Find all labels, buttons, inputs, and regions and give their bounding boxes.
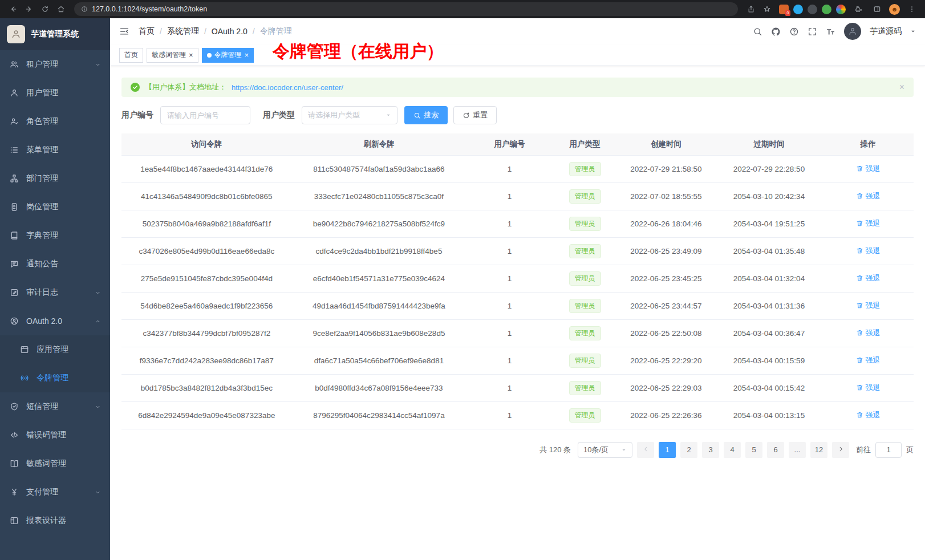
user-type-badge: 管理员: [569, 244, 601, 258]
reset-refresh-icon: [462, 112, 470, 119]
search-icon[interactable]: [753, 27, 762, 36]
sidebar-item-user-management[interactable]: 用户管理: [0, 79, 110, 107]
more-pages-button[interactable]: ...: [789, 442, 806, 458]
browser-menu-icon[interactable]: [904, 2, 919, 16]
force-logout-button[interactable]: 强退: [856, 246, 881, 256]
user-type-select[interactable]: 请选择用户类型: [302, 106, 397, 124]
extension-icon[interactable]: [808, 5, 817, 14]
dept-management-icon: [9, 174, 19, 183]
force-logout-button[interactable]: 强退: [856, 301, 881, 311]
browser-reload-icon[interactable]: [38, 2, 52, 16]
tab-token[interactable]: 令牌管理×: [202, 48, 254, 63]
sidebar-item-errorcode-management[interactable]: 错误码管理: [0, 421, 110, 449]
browser-home-icon[interactable]: [54, 2, 68, 16]
font-size-icon[interactable]: [826, 27, 835, 36]
user-avatar[interactable]: [844, 23, 861, 40]
token-table: 访问令牌刷新令牌用户编号用户类型创建时间过期时间操作 1ea5e44f8bc14…: [121, 133, 914, 429]
page-button[interactable]: 2: [680, 442, 697, 458]
create-time-cell: 2022-06-25 22:29:20: [616, 347, 716, 374]
force-logout-button[interactable]: 强退: [856, 164, 881, 174]
user-id-label: 用户编号: [121, 110, 153, 120]
trash-icon: [856, 302, 863, 309]
page-button[interactable]: 4: [724, 442, 741, 458]
tab-home[interactable]: 首页: [119, 48, 143, 63]
alert-close-icon[interactable]: ×: [899, 82, 904, 92]
sidebar-item-report-designer[interactable]: 报表设计器: [0, 506, 110, 535]
sidebar-item-post-management[interactable]: 岗位管理: [0, 193, 110, 221]
force-logout-button[interactable]: 强退: [856, 218, 881, 229]
help-icon[interactable]: [789, 27, 799, 36]
sidebar-item-dept-management[interactable]: 部门管理: [0, 164, 110, 193]
force-logout-button[interactable]: 强退: [856, 355, 881, 366]
user-type-badge: 管理员: [569, 299, 601, 313]
github-icon[interactable]: [771, 27, 781, 36]
tab-close-icon[interactable]: ×: [245, 51, 249, 59]
page-button[interactable]: 1: [659, 442, 676, 458]
browser-forward-icon[interactable]: [22, 2, 36, 16]
prev-page-button[interactable]: [637, 442, 654, 458]
force-logout-button[interactable]: 强退: [856, 383, 881, 393]
fullscreen-icon[interactable]: [808, 27, 817, 36]
force-logout-label: 强退: [866, 301, 881, 311]
site-info-icon[interactable]: [81, 6, 88, 13]
username[interactable]: 芋道源码: [870, 26, 902, 36]
reset-button[interactable]: 重置: [453, 106, 497, 124]
user-menu-caret-icon[interactable]: [910, 29, 916, 34]
page-size-value: 10条/页: [583, 445, 608, 455]
extension-icon[interactable]: 0: [779, 5, 789, 14]
tab-sensitive-word[interactable]: 敏感词管理×: [147, 48, 198, 63]
column-header: 刷新令牌: [292, 133, 466, 155]
action-cell: 强退: [822, 374, 914, 401]
sidebar-item-menu-management[interactable]: 菜单管理: [0, 136, 110, 164]
sidebar-item-dict-management[interactable]: 字典管理: [0, 221, 110, 250]
sidebar-fold-icon[interactable]: [119, 26, 129, 36]
extension-icon[interactable]: [793, 5, 803, 14]
sidebar-item-notice-management[interactable]: 通知公告: [0, 250, 110, 278]
extension-icon[interactable]: [836, 5, 846, 14]
page-button[interactable]: 5: [745, 442, 762, 458]
share-icon[interactable]: [744, 2, 758, 16]
sidebar-item-tenant-management[interactable]: 租户管理: [0, 50, 110, 79]
sidebar-item-label: 菜单管理: [26, 145, 101, 155]
force-logout-button[interactable]: 强退: [856, 191, 881, 201]
user-management-icon: [9, 88, 19, 98]
access-token-cell: f9336e7c7dd242a283ee98dc86b17a87: [121, 347, 292, 374]
sidebar-item-pay-management[interactable]: 支付管理: [0, 478, 110, 506]
sidebar-item-token-management[interactable]: 令牌管理: [0, 364, 110, 392]
column-header: 操作: [822, 133, 914, 155]
side-panel-icon[interactable]: [870, 2, 885, 16]
sidebar-item-app-management[interactable]: 应用管理: [0, 335, 110, 364]
extension-icon[interactable]: [822, 5, 831, 14]
goto-page-input[interactable]: [875, 442, 902, 458]
extensions-puzzle-icon[interactable]: [850, 2, 865, 16]
user-type-cell: 管理员: [553, 182, 616, 210]
browser-profile-avatar[interactable]: ☻: [889, 4, 900, 15]
oauth2-icon: [9, 316, 19, 326]
next-page-button[interactable]: [832, 442, 849, 458]
page-button[interactable]: 6: [767, 442, 784, 458]
address-bar[interactable]: 127.0.0.1:1024/system/oauth2/token: [74, 2, 738, 16]
force-logout-button[interactable]: 强退: [856, 328, 881, 338]
page-size-select[interactable]: 10条/页: [578, 442, 632, 458]
sidebar-item-sms-management[interactable]: 短信管理: [0, 392, 110, 421]
user-id-cell: 1: [466, 347, 553, 374]
breadcrumb-item[interactable]: OAuth 2.0: [212, 27, 248, 36]
tab-close-icon[interactable]: ×: [189, 51, 193, 59]
alert-doc-link[interactable]: https://doc.iocoder.cn/user-center/: [232, 83, 343, 92]
app-logo[interactable]: 芋道管理系统: [0, 18, 110, 50]
sidebar-item-audit-log[interactable]: 审计日志: [0, 278, 110, 307]
bookmark-star-icon[interactable]: [760, 2, 774, 16]
page-button[interactable]: 12: [810, 442, 827, 458]
sidebar-item-role-management[interactable]: 角色管理: [0, 107, 110, 136]
sidebar-item-oauth2[interactable]: OAuth 2.0: [0, 307, 110, 335]
breadcrumb-item[interactable]: 首页: [139, 26, 155, 36]
search-button[interactable]: 搜索: [404, 106, 448, 124]
breadcrumb-item[interactable]: 系统管理: [167, 26, 199, 36]
sidebar-item-sensitive-word[interactable]: 敏感词管理: [0, 449, 110, 478]
force-logout-button[interactable]: 强退: [856, 410, 881, 420]
force-logout-button[interactable]: 强退: [856, 273, 881, 283]
page-button[interactable]: 3: [702, 442, 719, 458]
user-id-input[interactable]: [160, 106, 250, 124]
action-cell: 强退: [822, 347, 914, 374]
browser-back-icon[interactable]: [6, 2, 21, 16]
